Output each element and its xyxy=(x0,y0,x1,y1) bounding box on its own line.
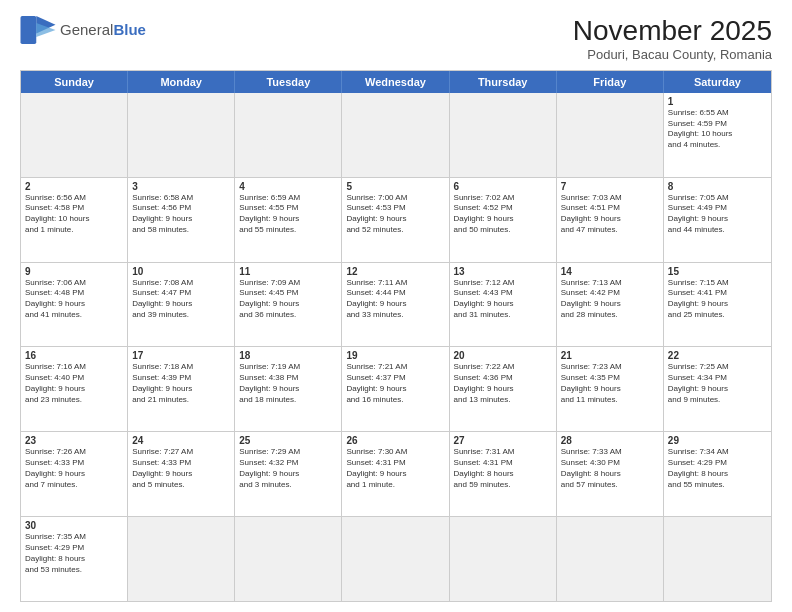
cell-info: Sunrise: 7:22 AM Sunset: 4:36 PM Dayligh… xyxy=(454,362,552,405)
day-number: 30 xyxy=(25,520,123,531)
day-header-friday: Friday xyxy=(557,71,664,93)
day-header-saturday: Saturday xyxy=(664,71,771,93)
cell-info: Sunrise: 7:03 AM Sunset: 4:51 PM Dayligh… xyxy=(561,193,659,236)
day-number: 7 xyxy=(561,181,659,192)
day-number: 28 xyxy=(561,435,659,446)
cell-info: Sunrise: 7:27 AM Sunset: 4:33 PM Dayligh… xyxy=(132,447,230,490)
cell-info: Sunrise: 7:31 AM Sunset: 4:31 PM Dayligh… xyxy=(454,447,552,490)
day-number: 4 xyxy=(239,181,337,192)
cal-cell: 24Sunrise: 7:27 AM Sunset: 4:33 PM Dayli… xyxy=(128,432,235,516)
day-number: 19 xyxy=(346,350,444,361)
day-header-wednesday: Wednesday xyxy=(342,71,449,93)
cal-cell: 20Sunrise: 7:22 AM Sunset: 4:36 PM Dayli… xyxy=(450,347,557,431)
cell-info: Sunrise: 7:13 AM Sunset: 4:42 PM Dayligh… xyxy=(561,278,659,321)
cal-cell: 21Sunrise: 7:23 AM Sunset: 4:35 PM Dayli… xyxy=(557,347,664,431)
day-header-tuesday: Tuesday xyxy=(235,71,342,93)
week-row-6: 30Sunrise: 7:35 AM Sunset: 4:29 PM Dayli… xyxy=(21,516,771,601)
cal-cell: 1Sunrise: 6:55 AM Sunset: 4:59 PM Daylig… xyxy=(664,93,771,177)
day-number: 27 xyxy=(454,435,552,446)
day-number: 25 xyxy=(239,435,337,446)
day-number: 20 xyxy=(454,350,552,361)
cell-info: Sunrise: 7:18 AM Sunset: 4:39 PM Dayligh… xyxy=(132,362,230,405)
cal-cell: 17Sunrise: 7:18 AM Sunset: 4:39 PM Dayli… xyxy=(128,347,235,431)
cal-cell: 12Sunrise: 7:11 AM Sunset: 4:44 PM Dayli… xyxy=(342,263,449,347)
cal-cell xyxy=(235,517,342,601)
cell-info: Sunrise: 7:34 AM Sunset: 4:29 PM Dayligh… xyxy=(668,447,767,490)
cal-cell: 2Sunrise: 6:56 AM Sunset: 4:58 PM Daylig… xyxy=(21,178,128,262)
subtitle: Poduri, Bacau County, Romania xyxy=(573,47,772,62)
cal-cell: 13Sunrise: 7:12 AM Sunset: 4:43 PM Dayli… xyxy=(450,263,557,347)
cell-info: Sunrise: 7:06 AM Sunset: 4:48 PM Dayligh… xyxy=(25,278,123,321)
day-header-sunday: Sunday xyxy=(21,71,128,93)
cell-info: Sunrise: 7:35 AM Sunset: 4:29 PM Dayligh… xyxy=(25,532,123,575)
header: GeneralBlue November 2025 Poduri, Bacau … xyxy=(20,16,772,62)
cal-cell: 22Sunrise: 7:25 AM Sunset: 4:34 PM Dayli… xyxy=(664,347,771,431)
cal-cell: 9Sunrise: 7:06 AM Sunset: 4:48 PM Daylig… xyxy=(21,263,128,347)
day-number: 26 xyxy=(346,435,444,446)
cal-cell: 7Sunrise: 7:03 AM Sunset: 4:51 PM Daylig… xyxy=(557,178,664,262)
day-number: 24 xyxy=(132,435,230,446)
cal-cell: 14Sunrise: 7:13 AM Sunset: 4:42 PM Dayli… xyxy=(557,263,664,347)
cell-info: Sunrise: 7:26 AM Sunset: 4:33 PM Dayligh… xyxy=(25,447,123,490)
cal-cell: 29Sunrise: 7:34 AM Sunset: 4:29 PM Dayli… xyxy=(664,432,771,516)
page: GeneralBlue November 2025 Poduri, Bacau … xyxy=(0,0,792,612)
cal-cell xyxy=(450,517,557,601)
cal-cell: 5Sunrise: 7:00 AM Sunset: 4:53 PM Daylig… xyxy=(342,178,449,262)
day-number: 18 xyxy=(239,350,337,361)
cal-cell: 30Sunrise: 7:35 AM Sunset: 4:29 PM Dayli… xyxy=(21,517,128,601)
cal-cell xyxy=(557,517,664,601)
cell-info: Sunrise: 6:58 AM Sunset: 4:56 PM Dayligh… xyxy=(132,193,230,236)
cal-cell: 11Sunrise: 7:09 AM Sunset: 4:45 PM Dayli… xyxy=(235,263,342,347)
week-row-4: 16Sunrise: 7:16 AM Sunset: 4:40 PM Dayli… xyxy=(21,346,771,431)
cal-cell xyxy=(557,93,664,177)
cal-cell xyxy=(450,93,557,177)
week-row-5: 23Sunrise: 7:26 AM Sunset: 4:33 PM Dayli… xyxy=(21,431,771,516)
logo-text: GeneralBlue xyxy=(60,21,146,39)
logo-icon xyxy=(20,16,56,44)
cal-cell: 19Sunrise: 7:21 AM Sunset: 4:37 PM Dayli… xyxy=(342,347,449,431)
week-row-1: 1Sunrise: 6:55 AM Sunset: 4:59 PM Daylig… xyxy=(21,93,771,177)
cal-cell xyxy=(235,93,342,177)
cell-info: Sunrise: 7:23 AM Sunset: 4:35 PM Dayligh… xyxy=(561,362,659,405)
cell-info: Sunrise: 7:05 AM Sunset: 4:49 PM Dayligh… xyxy=(668,193,767,236)
cal-cell xyxy=(342,517,449,601)
day-number: 16 xyxy=(25,350,123,361)
day-number: 3 xyxy=(132,181,230,192)
calendar: SundayMondayTuesdayWednesdayThursdayFrid… xyxy=(20,70,772,602)
cell-info: Sunrise: 7:12 AM Sunset: 4:43 PM Dayligh… xyxy=(454,278,552,321)
day-number: 8 xyxy=(668,181,767,192)
cal-cell: 28Sunrise: 7:33 AM Sunset: 4:30 PM Dayli… xyxy=(557,432,664,516)
cal-cell: 16Sunrise: 7:16 AM Sunset: 4:40 PM Dayli… xyxy=(21,347,128,431)
week-row-3: 9Sunrise: 7:06 AM Sunset: 4:48 PM Daylig… xyxy=(21,262,771,347)
cell-info: Sunrise: 6:56 AM Sunset: 4:58 PM Dayligh… xyxy=(25,193,123,236)
logo: GeneralBlue xyxy=(20,16,146,44)
day-number: 23 xyxy=(25,435,123,446)
day-number: 11 xyxy=(239,266,337,277)
cal-cell: 6Sunrise: 7:02 AM Sunset: 4:52 PM Daylig… xyxy=(450,178,557,262)
cell-info: Sunrise: 7:00 AM Sunset: 4:53 PM Dayligh… xyxy=(346,193,444,236)
calendar-body: 1Sunrise: 6:55 AM Sunset: 4:59 PM Daylig… xyxy=(21,93,771,601)
day-number: 9 xyxy=(25,266,123,277)
day-header-thursday: Thursday xyxy=(450,71,557,93)
week-row-2: 2Sunrise: 6:56 AM Sunset: 4:58 PM Daylig… xyxy=(21,177,771,262)
cell-info: Sunrise: 7:15 AM Sunset: 4:41 PM Dayligh… xyxy=(668,278,767,321)
day-number: 22 xyxy=(668,350,767,361)
day-number: 17 xyxy=(132,350,230,361)
day-number: 5 xyxy=(346,181,444,192)
cal-cell: 10Sunrise: 7:08 AM Sunset: 4:47 PM Dayli… xyxy=(128,263,235,347)
cell-info: Sunrise: 7:11 AM Sunset: 4:44 PM Dayligh… xyxy=(346,278,444,321)
day-number: 15 xyxy=(668,266,767,277)
cal-cell: 18Sunrise: 7:19 AM Sunset: 4:38 PM Dayli… xyxy=(235,347,342,431)
month-title: November 2025 xyxy=(573,16,772,47)
cell-info: Sunrise: 7:09 AM Sunset: 4:45 PM Dayligh… xyxy=(239,278,337,321)
day-header-monday: Monday xyxy=(128,71,235,93)
cal-cell: 27Sunrise: 7:31 AM Sunset: 4:31 PM Dayli… xyxy=(450,432,557,516)
day-number: 14 xyxy=(561,266,659,277)
cal-cell xyxy=(664,517,771,601)
cal-cell: 25Sunrise: 7:29 AM Sunset: 4:32 PM Dayli… xyxy=(235,432,342,516)
cell-info: Sunrise: 7:02 AM Sunset: 4:52 PM Dayligh… xyxy=(454,193,552,236)
cell-info: Sunrise: 6:59 AM Sunset: 4:55 PM Dayligh… xyxy=(239,193,337,236)
day-number: 10 xyxy=(132,266,230,277)
cell-info: Sunrise: 7:19 AM Sunset: 4:38 PM Dayligh… xyxy=(239,362,337,405)
cell-info: Sunrise: 6:55 AM Sunset: 4:59 PM Dayligh… xyxy=(668,108,767,151)
